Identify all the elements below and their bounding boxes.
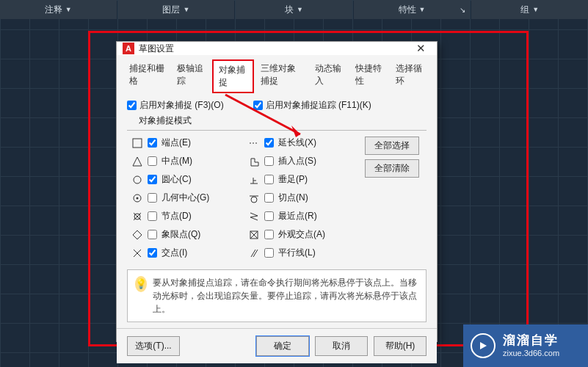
mode-nearest[interactable]: 最近点(R) (248, 210, 357, 222)
tip-text: 要从对象捕捉点追踪，请在命令执行期间将光标悬停于该点上。当移动光标时，会出现追踪… (153, 276, 418, 316)
select-all-button[interactable]: 全部选择 (365, 137, 419, 155)
svg-rect-0 (133, 139, 142, 148)
mode-endpoint[interactable]: 端点(E) (131, 137, 241, 149)
perpendicular-icon (248, 175, 260, 185)
modes-buttons: 全部选择 全部清除 (365, 137, 422, 259)
chevron-down-icon: ▼ (532, 6, 539, 13)
geocenter-icon (131, 193, 143, 203)
lightbulb-icon: 💡 (135, 276, 147, 292)
tab-3dosnap[interactable]: 三维对象捕捉 (255, 59, 308, 93)
mode-node[interactable]: 节点(D) (131, 210, 241, 222)
mode-quadrant[interactable]: 象限点(Q) (131, 228, 241, 241)
svg-point-1 (134, 176, 141, 184)
endpoint-icon (131, 138, 143, 148)
chevron-down-icon: ▼ (183, 6, 189, 13)
mode-tangent[interactable]: 切点(N) (248, 192, 357, 204)
mode-extension[interactable]: 延长线(X) (248, 137, 357, 149)
chevron-down-icon: ▼ (65, 6, 72, 13)
tab-dyninput[interactable]: 动态输入 (310, 59, 349, 93)
intersection-icon (131, 248, 143, 258)
tip-box: 💡 要从对象捕捉点追踪，请在命令执行期间将光标悬停于该点上。当移动光标时，会出现… (127, 269, 427, 322)
center-icon (131, 175, 143, 185)
enable-osnap-track-label: 启用对象捕捉追踪 (F11)(K) (266, 99, 371, 112)
watermark-brand: 溜溜自学 (503, 333, 559, 348)
ribbon-panel-layer[interactable]: 图层▼ (118, 0, 235, 19)
tab-quickprops[interactable]: 快捷特性 (350, 59, 389, 93)
mode-insert[interactable]: 插入点(S) (248, 155, 357, 167)
modes-group-label: 对象捕捉模式 (139, 115, 427, 127)
mode-midpoint[interactable]: 中点(M) (131, 155, 241, 167)
tab-selcycle[interactable]: 选择循环 (391, 59, 429, 93)
ribbon-panel-annotate[interactable]: 注释▼ (0, 0, 117, 19)
dialog-title: 草图设置 (139, 43, 410, 55)
ribbon-panel-block[interactable]: 块▼ (236, 0, 352, 19)
dialog-footer: 选项(T)... 确定 取消 帮助(H) (117, 328, 437, 363)
chevron-down-icon: ▼ (297, 6, 303, 13)
tangent-icon (248, 193, 260, 203)
drafting-settings-dialog: A 草图设置 ✕ 捕捉和栅格 极轴追踪 对象捕捉 三维对象捕捉 动态输入 快捷特… (116, 41, 438, 342)
ribbon-panel-properties[interactable]: 特性▼↘ (354, 0, 471, 19)
chevron-down-icon: ▼ (419, 6, 426, 13)
enable-osnap-track-checkbox[interactable]: 启用对象捕捉追踪 (F11)(K) (253, 99, 371, 112)
enable-osnap-track-input[interactable] (253, 101, 263, 110)
svg-point-3 (137, 197, 139, 199)
svg-marker-9 (480, 342, 487, 349)
dialog-tabs: 捕捉和栅格 极轴追踪 对象捕捉 三维对象捕捉 动态输入 快捷特性 选择循环 (117, 55, 437, 93)
svg-point-5 (251, 197, 257, 203)
watermark-url: zixue.3d66.com (503, 349, 559, 358)
dialog-body: 启用对象捕捉 (F3)(O) 启用对象捕捉追踪 (F11)(K) 对象捕捉模式 … (117, 93, 437, 328)
cancel-button[interactable]: 取消 (315, 336, 368, 356)
tab-polar[interactable]: 极轴追踪 (172, 59, 211, 93)
insert-icon (248, 156, 260, 167)
modes-col-right: 延长线(X) 插入点(S) 垂足(P) 切点(N) 最近点(R) 外观交点(A)… (248, 137, 357, 259)
node-icon (131, 211, 143, 222)
enable-osnap-label: 启用对象捕捉 (F3)(O) (139, 99, 224, 112)
ribbon: 注释▼ 图层▼ 块▼ 特性▼↘ 组▼ (0, 0, 588, 19)
mode-parallel[interactable]: 平行线(L) (248, 247, 357, 259)
midpoint-icon (131, 156, 143, 167)
mode-appintersect[interactable]: 外观交点(A) (248, 228, 357, 241)
app-logo: A (123, 43, 134, 54)
help-button[interactable]: 帮助(H) (374, 336, 427, 356)
watermark: 溜溜自学 zixue.3d66.com (463, 324, 588, 367)
mode-center[interactable]: 圆心(C) (131, 173, 241, 186)
nearest-icon (248, 211, 260, 222)
options-button[interactable]: 选项(T)... (127, 336, 180, 356)
osnap-modes: 端点(E) 中点(M) 圆心(C) 几何中心(G) 节点(D) 象限点(Q) 交… (127, 130, 427, 265)
titlebar: A 草图设置 ✕ (117, 42, 437, 55)
tab-osnap[interactable]: 对象捕捉 (212, 59, 254, 93)
mode-perpendicular[interactable]: 垂足(P) (248, 173, 357, 186)
mode-geocenter[interactable]: 几何中心(G) (131, 192, 241, 204)
enable-osnap-checkbox[interactable]: 启用对象捕捉 (F3)(O) (127, 99, 224, 112)
mode-intersection[interactable]: 交点(I) (131, 247, 241, 259)
parallel-icon (248, 248, 260, 258)
clear-all-button[interactable]: 全部清除 (365, 159, 419, 178)
arrow-icon[interactable]: ↘ (460, 6, 465, 14)
quadrant-icon (131, 230, 143, 240)
close-button[interactable]: ✕ (410, 42, 431, 55)
ok-button[interactable]: 确定 (256, 336, 309, 356)
play-icon (471, 333, 496, 358)
tab-snap-grid[interactable]: 捕捉和栅格 (124, 59, 170, 93)
ribbon-panel-group[interactable]: 组▼ (471, 0, 588, 19)
extension-icon (248, 138, 260, 148)
enable-osnap-input[interactable] (127, 101, 137, 110)
appintersect-icon (248, 230, 260, 240)
modes-col-left: 端点(E) 中点(M) 圆心(C) 几何中心(G) 节点(D) 象限点(Q) 交… (131, 137, 241, 259)
